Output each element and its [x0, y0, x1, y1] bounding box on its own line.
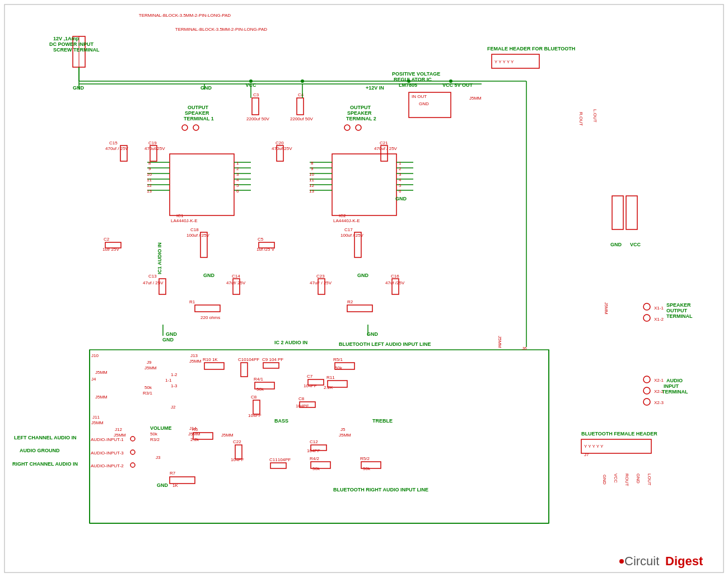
- svg-point-254: [249, 79, 253, 83]
- svg-text:1: 1: [236, 161, 239, 166]
- svg-text:R7: R7: [170, 471, 176, 476]
- svg-text:IN  OUT: IN OUT: [412, 94, 427, 99]
- svg-text:2200uf 50V: 2200uf 50V: [246, 116, 270, 121]
- svg-text:C23: C23: [316, 274, 325, 279]
- audio-ground-label: AUDIO GROUND: [20, 448, 60, 453]
- svg-text:J5MM: J5MM: [95, 395, 108, 400]
- svg-text:LOUT: LOUT: [647, 473, 652, 485]
- svg-text:GND: GND: [610, 242, 622, 247]
- svg-text:C11104PF: C11104PF: [269, 457, 291, 462]
- volume-label: VOLUME: [150, 425, 172, 431]
- svg-text:J4: J4: [91, 377, 96, 382]
- svg-text:J5MM: J5MM: [469, 96, 482, 101]
- svg-text:J3: J3: [156, 455, 161, 460]
- svg-text:1-3: 1-3: [171, 383, 178, 388]
- svg-text:Y Y Y Y Y: Y Y Y Y Y: [494, 59, 514, 64]
- svg-text:C19: C19: [148, 140, 157, 146]
- svg-text:5: 5: [236, 183, 239, 188]
- svg-text:C2: C2: [104, 237, 110, 242]
- svg-point-256: [407, 79, 410, 83]
- svg-text:1: 1: [399, 161, 402, 166]
- left-channel-label: LEFT CHANNEL AUDIO IN: [14, 435, 77, 440]
- svg-text:LA4440J-K-E: LA4440J-K-E: [333, 218, 360, 223]
- audio-terminal-label: AUDIO: [666, 378, 683, 383]
- svg-text:C9  104 PF: C9 104 PF: [262, 357, 283, 362]
- svg-text:C15: C15: [109, 140, 118, 146]
- svg-text:R.OUT: R.OUT: [578, 112, 584, 126]
- svg-text:C22: C22: [233, 439, 241, 444]
- svg-text:GND: GND: [419, 101, 429, 106]
- svg-text:J5MM: J5MM: [221, 433, 234, 438]
- svg-text:C13: C13: [148, 274, 157, 279]
- svg-text:J5MM: J5MM: [339, 433, 351, 438]
- svg-text:J5MM: J5MM: [604, 302, 609, 315]
- svg-text:TERMINAL 1: TERMINAL 1: [184, 116, 214, 121]
- svg-text:X1-2: X1-2: [654, 317, 664, 322]
- svg-text:VCC: VCC: [613, 473, 618, 483]
- svg-text:TERMINAL: TERMINAL: [662, 389, 688, 395]
- svg-text:J5MM: J5MM: [95, 370, 108, 375]
- power-label: 12V ,1Amp: [53, 36, 80, 41]
- svg-text:10: 10: [147, 172, 152, 177]
- svg-text:5: 5: [399, 183, 402, 188]
- svg-text:L.OUT: L.OUT: [592, 109, 598, 123]
- svg-text:X2-1: X2-1: [654, 378, 664, 383]
- svg-text:R10 1K: R10 1K: [203, 357, 218, 362]
- svg-text:J5: J5: [340, 427, 346, 432]
- svg-text:2: 2: [399, 166, 402, 171]
- svg-text:11: 11: [309, 177, 314, 182]
- svg-text:LM7805: LM7805: [399, 82, 417, 88]
- ic1-label: IC1: [176, 213, 184, 218]
- brand-digest: Digest: [665, 554, 703, 568]
- ic2-label: IC2: [339, 213, 346, 218]
- svg-text:GND: GND: [636, 473, 641, 484]
- svg-point-258: [619, 559, 624, 564]
- terminal-block-label-1: TERMINAL-BLOCK-3.5MM-2-PIN-LONG-PAD: [139, 13, 231, 18]
- svg-text:GND: GND: [157, 482, 169, 488]
- ic1-audio-in-label: IC1 AUDIO IN: [157, 242, 162, 274]
- svg-text:J9: J9: [147, 360, 152, 365]
- svg-text:C16: C16: [391, 274, 399, 279]
- svg-text:INPUT: INPUT: [664, 383, 679, 389]
- svg-text:4: 4: [236, 177, 239, 182]
- svg-text:C7: C7: [307, 374, 313, 379]
- svg-text:1-2: 1-2: [171, 372, 178, 377]
- svg-text:C4: C4: [298, 92, 304, 97]
- svg-text:GND: GND: [395, 196, 407, 201]
- svg-text:1uf /25 V: 1uf /25 V: [256, 247, 275, 252]
- svg-point-255: [301, 79, 304, 83]
- svg-text:GND: GND: [162, 337, 174, 343]
- svg-text:J7: J7: [584, 452, 589, 457]
- svg-text:R2: R2: [347, 299, 353, 304]
- speaker-output-terminal-label: SPEAKER: [666, 302, 691, 308]
- svg-text:104PF: 104PF: [248, 413, 262, 418]
- svg-text:C12: C12: [310, 439, 318, 444]
- svg-point-257: [449, 79, 452, 83]
- svg-text:R3/1: R3/1: [143, 391, 152, 396]
- female-header-bt-label: FEMALE HEADER FOR BLUETOOTH: [487, 46, 575, 51]
- svg-text:470uf / 25V: 470uf / 25V: [374, 146, 398, 151]
- svg-text:J10: J10: [91, 353, 99, 358]
- bt-left-audio-label: BLUETOOTH LEFT AUDIO INPUT LINE: [339, 341, 431, 347]
- svg-text:J11: J11: [92, 415, 100, 420]
- svg-text:C18: C18: [190, 227, 199, 232]
- svg-text:AUDIO-INPUT-1: AUDIO-INPUT-1: [91, 437, 124, 442]
- svg-text:8: 8: [311, 161, 314, 166]
- svg-text:C8: C8: [251, 395, 257, 400]
- svg-text:+12V IN: +12V IN: [366, 85, 384, 91]
- svg-text:J5MM: J5MM: [497, 336, 502, 348]
- svg-text:9: 9: [148, 166, 151, 171]
- svg-text:C21: C21: [380, 140, 388, 146]
- svg-text:GND: GND: [166, 331, 178, 337]
- svg-text:GND: GND: [200, 85, 212, 91]
- svg-text:470uf/25V: 470uf/25V: [272, 146, 292, 151]
- output-speaker-2-label: OUTPUT: [350, 105, 371, 110]
- svg-text:SPEAKER: SPEAKER: [347, 110, 372, 116]
- svg-text:GND: GND: [357, 273, 369, 278]
- svg-text:ROUT: ROUT: [624, 473, 629, 486]
- svg-text:50k: 50k: [144, 385, 152, 390]
- svg-text:3: 3: [399, 172, 402, 177]
- svg-text:100uf / 25V: 100uf / 25V: [186, 233, 210, 238]
- svg-text:Y Y Y Y Y: Y Y Y Y Y: [584, 444, 604, 449]
- svg-text:47uf / 25V: 47uf / 25V: [143, 280, 164, 285]
